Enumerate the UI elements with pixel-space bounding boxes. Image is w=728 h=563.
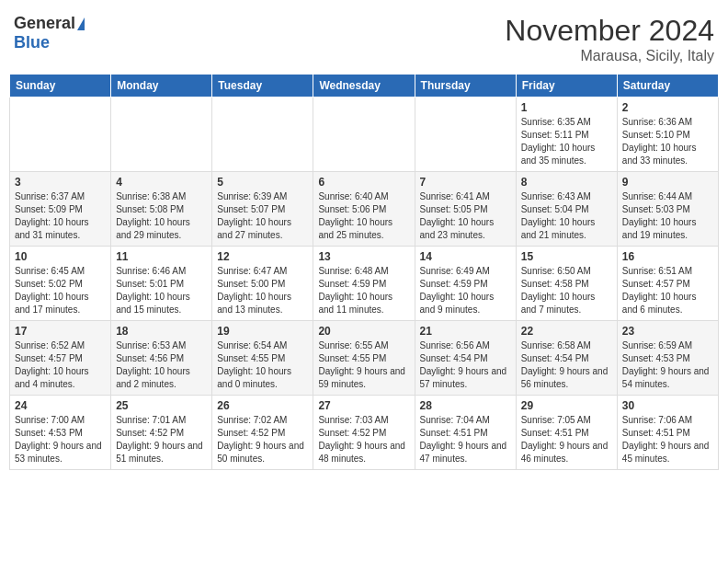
calendar-cell: 18Sunrise: 6:53 AM Sunset: 4:56 PM Dayli… bbox=[111, 321, 212, 396]
calendar-cell: 16Sunrise: 6:51 AM Sunset: 4:57 PM Dayli… bbox=[617, 247, 718, 321]
calendar-cell: 27Sunrise: 7:03 AM Sunset: 4:52 PM Dayli… bbox=[313, 396, 415, 470]
day-info: Sunrise: 6:55 AM Sunset: 4:55 PM Dayligh… bbox=[318, 339, 409, 391]
calendar-cell: 12Sunrise: 6:47 AM Sunset: 5:00 PM Dayli… bbox=[212, 247, 313, 321]
calendar-cell: 3Sunrise: 6:37 AM Sunset: 5:09 PM Daylig… bbox=[10, 172, 111, 247]
day-header-sunday: Sunday bbox=[10, 75, 111, 98]
day-info: Sunrise: 6:44 AM Sunset: 5:03 PM Dayligh… bbox=[622, 190, 713, 242]
calendar-week-4: 24Sunrise: 7:00 AM Sunset: 4:53 PM Dayli… bbox=[10, 396, 719, 470]
day-info: Sunrise: 6:58 AM Sunset: 4:54 PM Dayligh… bbox=[521, 339, 612, 391]
calendar-cell: 10Sunrise: 6:45 AM Sunset: 5:02 PM Dayli… bbox=[10, 247, 111, 321]
day-number: 29 bbox=[521, 399, 612, 412]
day-header-tuesday: Tuesday bbox=[212, 75, 313, 98]
day-info: Sunrise: 6:49 AM Sunset: 4:59 PM Dayligh… bbox=[420, 265, 511, 316]
calendar-cell bbox=[10, 98, 111, 172]
day-info: Sunrise: 7:04 AM Sunset: 4:51 PM Dayligh… bbox=[420, 414, 511, 465]
day-info: Sunrise: 6:41 AM Sunset: 5:05 PM Dayligh… bbox=[420, 190, 511, 242]
day-number: 20 bbox=[318, 325, 409, 338]
calendar-cell: 1Sunrise: 6:35 AM Sunset: 5:11 PM Daylig… bbox=[516, 98, 617, 172]
day-info: Sunrise: 6:53 AM Sunset: 4:56 PM Dayligh… bbox=[116, 339, 207, 391]
day-info: Sunrise: 6:50 AM Sunset: 4:58 PM Dayligh… bbox=[521, 265, 612, 316]
calendar-cell bbox=[111, 98, 212, 172]
day-info: Sunrise: 6:36 AM Sunset: 5:10 PM Dayligh… bbox=[622, 116, 713, 167]
calendar-cell: 30Sunrise: 7:06 AM Sunset: 4:51 PM Dayli… bbox=[617, 396, 718, 470]
calendar-cell: 29Sunrise: 7:05 AM Sunset: 4:51 PM Dayli… bbox=[516, 396, 617, 470]
calendar-cell: 24Sunrise: 7:00 AM Sunset: 4:53 PM Dayli… bbox=[10, 396, 111, 470]
day-number: 11 bbox=[116, 250, 207, 263]
day-info: Sunrise: 6:43 AM Sunset: 5:04 PM Dayligh… bbox=[521, 190, 612, 242]
day-info: Sunrise: 6:38 AM Sunset: 5:08 PM Dayligh… bbox=[116, 190, 207, 242]
calendar-body: 1Sunrise: 6:35 AM Sunset: 5:11 PM Daylig… bbox=[10, 98, 719, 470]
day-info: Sunrise: 6:45 AM Sunset: 5:02 PM Dayligh… bbox=[15, 265, 106, 316]
calendar-cell bbox=[212, 98, 313, 172]
day-number: 24 bbox=[15, 399, 106, 412]
calendar-week-0: 1Sunrise: 6:35 AM Sunset: 5:11 PM Daylig… bbox=[10, 98, 719, 172]
calendar-cell bbox=[415, 98, 516, 172]
day-number: 9 bbox=[622, 176, 713, 189]
day-number: 27 bbox=[318, 399, 409, 412]
calendar-cell: 17Sunrise: 6:52 AM Sunset: 4:57 PM Dayli… bbox=[10, 321, 111, 396]
day-info: Sunrise: 6:48 AM Sunset: 4:59 PM Dayligh… bbox=[318, 265, 409, 316]
day-number: 28 bbox=[420, 399, 511, 412]
calendar-week-1: 3Sunrise: 6:37 AM Sunset: 5:09 PM Daylig… bbox=[10, 172, 719, 247]
calendar-cell: 7Sunrise: 6:41 AM Sunset: 5:05 PM Daylig… bbox=[415, 172, 516, 247]
day-number: 18 bbox=[116, 325, 207, 338]
day-number: 22 bbox=[521, 325, 612, 338]
day-info: Sunrise: 6:37 AM Sunset: 5:09 PM Dayligh… bbox=[15, 190, 106, 242]
logo-triangle-icon bbox=[77, 17, 85, 30]
logo: General Blue bbox=[14, 14, 85, 52]
day-info: Sunrise: 6:35 AM Sunset: 5:11 PM Dayligh… bbox=[521, 116, 612, 167]
calendar-cell: 2Sunrise: 6:36 AM Sunset: 5:10 PM Daylig… bbox=[617, 98, 718, 172]
day-number: 21 bbox=[420, 325, 511, 338]
day-info: Sunrise: 6:52 AM Sunset: 4:57 PM Dayligh… bbox=[15, 339, 106, 391]
calendar-cell: 15Sunrise: 6:50 AM Sunset: 4:58 PM Dayli… bbox=[516, 247, 617, 321]
day-number: 8 bbox=[521, 176, 612, 189]
day-number: 12 bbox=[217, 250, 308, 263]
day-number: 6 bbox=[318, 176, 409, 189]
month-title: November 2024 Marausa, Sicily, Italy bbox=[505, 14, 714, 64]
day-number: 14 bbox=[420, 250, 511, 263]
day-number: 30 bbox=[622, 399, 713, 412]
day-number: 7 bbox=[420, 176, 511, 189]
day-info: Sunrise: 6:54 AM Sunset: 4:55 PM Dayligh… bbox=[217, 339, 308, 391]
day-number: 13 bbox=[318, 250, 409, 263]
month-year: November 2024 bbox=[505, 14, 714, 48]
day-number: 17 bbox=[15, 325, 106, 338]
day-info: Sunrise: 6:56 AM Sunset: 4:54 PM Dayligh… bbox=[420, 339, 511, 391]
day-number: 10 bbox=[15, 250, 106, 263]
calendar-week-2: 10Sunrise: 6:45 AM Sunset: 5:02 PM Dayli… bbox=[10, 247, 719, 321]
calendar-cell: 23Sunrise: 6:59 AM Sunset: 4:53 PM Dayli… bbox=[617, 321, 718, 396]
day-info: Sunrise: 6:47 AM Sunset: 5:00 PM Dayligh… bbox=[217, 265, 308, 316]
calendar-table: SundayMondayTuesdayWednesdayThursdayFrid… bbox=[9, 74, 719, 470]
day-number: 5 bbox=[217, 176, 308, 189]
calendar-cell: 21Sunrise: 6:56 AM Sunset: 4:54 PM Dayli… bbox=[415, 321, 516, 396]
day-info: Sunrise: 6:59 AM Sunset: 4:53 PM Dayligh… bbox=[622, 339, 713, 391]
day-number: 23 bbox=[622, 325, 713, 338]
calendar-header-row: SundayMondayTuesdayWednesdayThursdayFrid… bbox=[10, 75, 719, 98]
calendar-week-3: 17Sunrise: 6:52 AM Sunset: 4:57 PM Dayli… bbox=[10, 321, 719, 396]
day-number: 1 bbox=[521, 101, 612, 114]
day-info: Sunrise: 6:51 AM Sunset: 4:57 PM Dayligh… bbox=[622, 265, 713, 316]
calendar-cell bbox=[313, 98, 415, 172]
day-number: 3 bbox=[15, 176, 106, 189]
day-header-thursday: Thursday bbox=[415, 75, 516, 98]
calendar-cell: 19Sunrise: 6:54 AM Sunset: 4:55 PM Dayli… bbox=[212, 321, 313, 396]
calendar-cell: 13Sunrise: 6:48 AM Sunset: 4:59 PM Dayli… bbox=[313, 247, 415, 321]
calendar-cell: 14Sunrise: 6:49 AM Sunset: 4:59 PM Dayli… bbox=[415, 247, 516, 321]
day-info: Sunrise: 7:03 AM Sunset: 4:52 PM Dayligh… bbox=[318, 414, 409, 465]
day-info: Sunrise: 6:46 AM Sunset: 5:01 PM Dayligh… bbox=[116, 265, 207, 316]
day-info: Sunrise: 6:39 AM Sunset: 5:07 PM Dayligh… bbox=[217, 190, 308, 242]
day-number: 25 bbox=[116, 399, 207, 412]
day-header-saturday: Saturday bbox=[617, 75, 718, 98]
day-header-wednesday: Wednesday bbox=[313, 75, 415, 98]
calendar-cell: 25Sunrise: 7:01 AM Sunset: 4:52 PM Dayli… bbox=[111, 396, 212, 470]
calendar-cell: 11Sunrise: 6:46 AM Sunset: 5:01 PM Dayli… bbox=[111, 247, 212, 321]
calendar-cell: 26Sunrise: 7:02 AM Sunset: 4:52 PM Dayli… bbox=[212, 396, 313, 470]
calendar-cell: 4Sunrise: 6:38 AM Sunset: 5:08 PM Daylig… bbox=[111, 172, 212, 247]
location: Marausa, Sicily, Italy bbox=[505, 48, 714, 64]
day-number: 16 bbox=[622, 250, 713, 263]
calendar-cell: 22Sunrise: 6:58 AM Sunset: 4:54 PM Dayli… bbox=[516, 321, 617, 396]
calendar-cell: 8Sunrise: 6:43 AM Sunset: 5:04 PM Daylig… bbox=[516, 172, 617, 247]
calendar-cell: 5Sunrise: 6:39 AM Sunset: 5:07 PM Daylig… bbox=[212, 172, 313, 247]
day-info: Sunrise: 7:06 AM Sunset: 4:51 PM Dayligh… bbox=[622, 414, 713, 465]
day-number: 19 bbox=[217, 325, 308, 338]
